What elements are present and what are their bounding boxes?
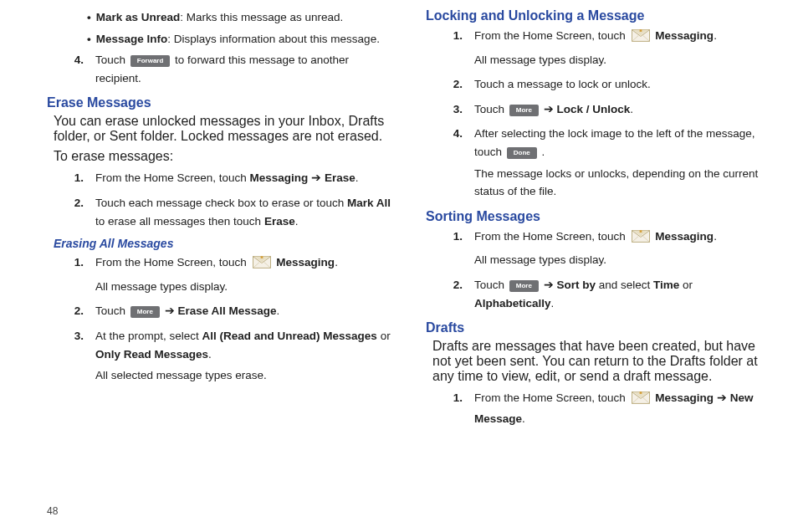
- step-subtext: All message types display.: [95, 278, 392, 296]
- step-number: 4.: [441, 125, 474, 200]
- step-4-forward: 4. Touch Forward to forward this message…: [62, 51, 392, 87]
- sort-step-2: 2. Touch More ➔ Sort by and select Time …: [441, 276, 771, 312]
- left-column: Mark as Unread: Marks this message as un…: [47, 8, 392, 434]
- step-number: 1.: [441, 228, 474, 269]
- step-text: .: [356, 171, 359, 184]
- step-text: Touch each message check box to erase or…: [95, 197, 347, 209]
- arrow-icon: ➔: [544, 103, 557, 115]
- bullet-message-info: Message Info: Displays information about…: [87, 30, 392, 49]
- step-number: 2.: [62, 302, 95, 320]
- done-softkey: Done: [507, 147, 537, 159]
- step-text: .: [335, 256, 338, 269]
- bold-text: Messaging: [655, 391, 714, 404]
- step-text: From the Home Screen, touch: [474, 391, 629, 404]
- step-number: 4.: [62, 51, 95, 87]
- heading-erasing-all: Erasing All Messages: [54, 237, 392, 250]
- bold-text: Messaging: [276, 256, 335, 269]
- messaging-icon: [632, 29, 650, 48]
- step-text: .: [714, 29, 717, 42]
- step-text: From the Home Screen, touch: [95, 171, 250, 184]
- step-number: 3.: [441, 100, 474, 119]
- step-text: From the Home Screen, touch: [474, 230, 629, 243]
- arrow-icon: ➔: [165, 304, 178, 317]
- bullet-mark-unread: Mark as Unread: Marks this message as un…: [87, 8, 392, 27]
- step-number: 2.: [441, 75, 474, 94]
- forward-softkey: Forward: [130, 55, 171, 67]
- step-number: 1.: [62, 253, 95, 295]
- step-text: to erase all messages then touch: [95, 215, 264, 228]
- eraseall-step-2: 2. Touch More ➔ Erase All Message.: [62, 302, 392, 320]
- erase-step-1: 1. From the Home Screen, touch Messaging…: [62, 169, 392, 187]
- arrow-icon: ➔: [544, 279, 557, 291]
- bullet-term: Message Info: [96, 33, 168, 45]
- step-subtext: All selected message types erase.: [95, 366, 392, 385]
- arrow-icon: ➔: [308, 171, 325, 184]
- step-text: .: [277, 304, 280, 317]
- right-column: Locking and Unlocking a Message 1. From …: [426, 8, 771, 434]
- page-number: 48: [47, 505, 58, 517]
- bold-text: Lock / Unlock: [556, 103, 630, 115]
- step-text: or: [377, 330, 391, 342]
- step-text: Touch a message to lock or unlock.: [474, 75, 771, 94]
- option-bullet-list: Mark as Unread: Marks this message as un…: [87, 8, 392, 48]
- sort-step-1: 1. From the Home Screen, touch Messaging…: [441, 228, 771, 269]
- messaging-icon: [632, 391, 650, 410]
- bold-text: Erase: [264, 215, 295, 228]
- bold-text: Alphabetically: [474, 297, 551, 309]
- bold-text: Messaging: [655, 230, 714, 243]
- step-text: .: [522, 412, 525, 425]
- step-text: From the Home Screen, touch: [474, 29, 629, 42]
- bullet-term: Mark as Unread: [96, 11, 181, 23]
- heading-erase-messages: Erase Messages: [47, 95, 392, 110]
- step-text: Touch: [95, 304, 129, 317]
- step-text: .: [714, 230, 717, 243]
- messaging-icon: [253, 256, 271, 274]
- arrow-icon: ➔: [714, 391, 730, 404]
- step-number: 2.: [62, 194, 95, 230]
- step-number: 1.: [441, 389, 474, 427]
- heading-sorting: Sorting Messages: [426, 209, 771, 224]
- eraseall-step-3: 3. At the prompt, select All (Read and U…: [62, 327, 392, 385]
- step-number: 1.: [441, 27, 474, 69]
- more-softkey: More: [130, 306, 160, 318]
- manual-page: Mark as Unread: Marks this message as un…: [0, 0, 798, 532]
- heading-locking: Locking and Unlocking a Message: [426, 8, 771, 23]
- bold-text: Time: [653, 279, 679, 291]
- bullet-desc: : Displays information about this messag…: [167, 33, 380, 45]
- erase-intro: You can erase unlocked messages in your …: [54, 114, 392, 144]
- step-text: Touch: [95, 54, 129, 66]
- bold-text: Erase: [325, 171, 356, 184]
- more-softkey: More: [509, 105, 539, 116]
- step-text: .: [539, 146, 545, 158]
- lock-step-1: 1. From the Home Screen, touch Messaging…: [441, 27, 771, 69]
- bold-text: Sort by: [556, 279, 596, 291]
- step-text: .: [295, 215, 299, 228]
- step-text: Touch: [474, 103, 508, 115]
- step-subtext: All message types display.: [474, 251, 771, 269]
- step-number: 1.: [62, 169, 95, 187]
- bold-text: Messaging: [250, 171, 309, 184]
- two-column-layout: Mark as Unread: Marks this message as un…: [47, 8, 771, 434]
- step-subtext: The message locks or unlocks, depending …: [474, 165, 771, 201]
- lock-step-4: 4. After selecting the lock image to the…: [441, 125, 771, 200]
- heading-drafts: Drafts: [426, 320, 771, 335]
- drafts-step-1: 1. From the Home Screen, touch Messaging…: [441, 389, 771, 427]
- bold-text: All (Read and Unread) Messages: [202, 330, 377, 342]
- step-number: 3.: [62, 327, 95, 385]
- erase-lead: To erase messages:: [54, 149, 392, 164]
- step-text: From the Home Screen, touch: [95, 256, 250, 269]
- bold-text: Mark All: [347, 197, 391, 209]
- step-text: Touch: [474, 279, 508, 291]
- messaging-icon: [632, 230, 650, 248]
- eraseall-step-1: 1. From the Home Screen, touch Messaging…: [62, 253, 392, 295]
- drafts-intro: Drafts are messages that have been creat…: [432, 339, 771, 384]
- lock-step-2: 2. Touch a message to lock or unlock.: [441, 75, 771, 94]
- step-text: and select: [596, 279, 653, 291]
- step-text: At the prompt, select: [95, 330, 202, 342]
- step-subtext: All message types display.: [474, 51, 771, 69]
- step-text: or: [679, 279, 693, 291]
- bold-text: Messaging: [655, 29, 714, 42]
- step-text: .: [630, 103, 633, 115]
- bullet-desc: : Marks this message as unread.: [180, 11, 343, 23]
- bold-text: Only Read Messages: [95, 348, 208, 361]
